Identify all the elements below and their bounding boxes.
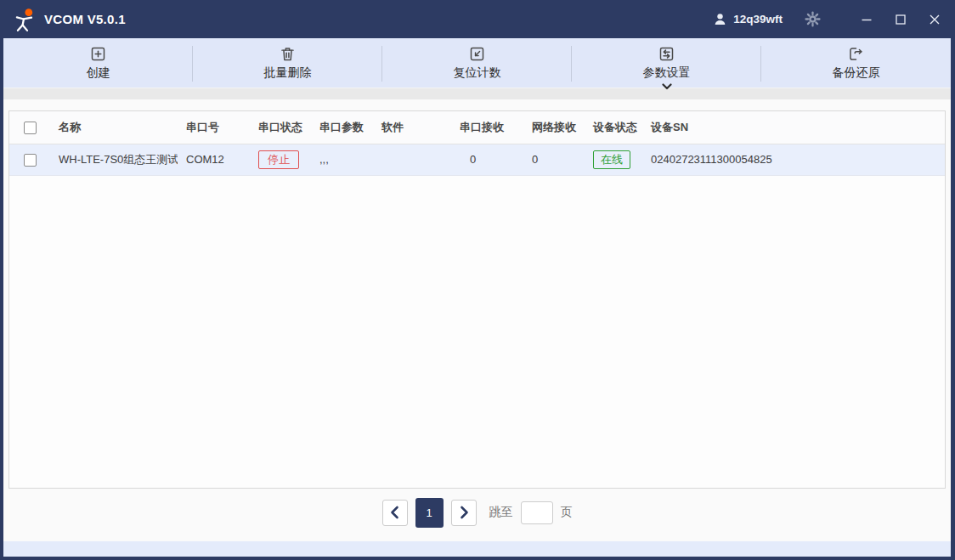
app-window: VCOM V5.0.1 12q39wft bbox=[0, 0, 955, 560]
close-icon bbox=[929, 14, 941, 25]
status-strip bbox=[3, 541, 951, 557]
cell-serial-rx: 0 bbox=[451, 144, 523, 175]
usr-logo-icon bbox=[12, 7, 37, 32]
cell-device-sn: 02402723111300054825 bbox=[642, 144, 945, 175]
settings-button[interactable] bbox=[805, 11, 821, 27]
column-header-device-sn: 设备SN bbox=[642, 111, 945, 144]
next-page-button[interactable] bbox=[451, 500, 477, 526]
select-all-checkbox[interactable] bbox=[24, 122, 37, 134]
column-header-device-status: 设备状态 bbox=[585, 111, 642, 144]
column-header-serial-rx: 串口接收 bbox=[451, 111, 523, 144]
tool-label: 批量删除 bbox=[264, 65, 312, 81]
username: 12q39wft bbox=[733, 13, 783, 25]
column-header-serial-port: 串口号 bbox=[178, 111, 250, 144]
column-header-network-rx: 网络接收 bbox=[523, 111, 585, 144]
column-header-serial-status: 串口状态 bbox=[250, 111, 311, 144]
cell-name: WH-LTE-7S0组态王测试 bbox=[50, 144, 178, 175]
backup-restore-button[interactable]: 备份还原 bbox=[761, 38, 951, 88]
serial-status-badge: 停止 bbox=[258, 150, 299, 169]
column-header-serial-params: 串口参数 bbox=[311, 111, 373, 144]
user-account[interactable]: 12q39wft bbox=[713, 12, 783, 26]
close-button[interactable] bbox=[918, 7, 952, 32]
jump-to-label: 跳至 bbox=[489, 505, 513, 520]
app-title: VCOM V5.0.1 bbox=[44, 12, 126, 26]
parameter-settings-button[interactable]: 参数设置 bbox=[572, 38, 761, 88]
cell-serial-params: ,,, bbox=[311, 144, 373, 175]
divider-strip bbox=[3, 88, 951, 99]
row-checkbox[interactable] bbox=[24, 154, 37, 167]
chevron-left-icon bbox=[389, 506, 401, 519]
tool-label: 复位计数 bbox=[454, 65, 501, 81]
reset-count-button[interactable]: 复位计数 bbox=[382, 38, 572, 88]
chevron-right-icon bbox=[458, 506, 470, 519]
reset-count-icon bbox=[468, 45, 486, 63]
backup-restore-icon bbox=[847, 45, 865, 63]
add-square-icon bbox=[89, 45, 107, 63]
app-body: 创建 批量删除 bbox=[3, 38, 951, 557]
trash-icon bbox=[279, 45, 297, 63]
toolbar: 创建 批量删除 bbox=[3, 38, 951, 88]
device-table: 名称 串口号 串口状态 串口参数 软件 串口接收 网络接收 设备状态 设备SN bbox=[8, 110, 946, 489]
page-jump-input[interactable] bbox=[521, 501, 553, 524]
tool-label: 创建 bbox=[87, 65, 110, 81]
gear-icon bbox=[805, 11, 821, 27]
parameter-settings-icon bbox=[658, 45, 675, 63]
prev-page-button[interactable] bbox=[382, 500, 408, 526]
cell-serial-port: COM12 bbox=[178, 144, 250, 175]
column-header-name: 名称 bbox=[50, 111, 178, 144]
titlebar: VCOM V5.0.1 12q39wft bbox=[0, 0, 955, 38]
maximize-button[interactable] bbox=[884, 7, 918, 32]
cell-software bbox=[373, 144, 451, 175]
main-content: 名称 串口号 串口状态 串口参数 软件 串口接收 网络接收 设备状态 设备SN bbox=[3, 99, 951, 541]
chevron-down-icon[interactable] bbox=[662, 83, 672, 90]
table-row[interactable]: WH-LTE-7S0组态王测试 COM12 停止 ,,, 0 0 在线 0240… bbox=[9, 144, 945, 175]
tool-label: 参数设置 bbox=[643, 65, 691, 81]
maximize-icon bbox=[895, 14, 907, 25]
device-status-badge: 在线 bbox=[593, 150, 630, 169]
minimize-button[interactable] bbox=[850, 7, 884, 32]
create-button[interactable]: 创建 bbox=[3, 38, 193, 88]
pagination: 1 跳至 页 bbox=[3, 495, 951, 529]
current-page-button[interactable]: 1 bbox=[415, 498, 444, 528]
tool-label: 备份还原 bbox=[833, 65, 880, 81]
table-header-row: 名称 串口号 串口状态 串口参数 软件 串口接收 网络接收 设备状态 设备SN bbox=[9, 111, 945, 144]
page-suffix-label: 页 bbox=[561, 505, 573, 520]
minimize-icon bbox=[861, 14, 873, 25]
user-icon bbox=[713, 12, 727, 26]
cell-network-rx: 0 bbox=[523, 144, 585, 175]
batch-delete-button[interactable]: 批量删除 bbox=[193, 38, 382, 88]
column-header-software: 软件 bbox=[373, 111, 451, 144]
